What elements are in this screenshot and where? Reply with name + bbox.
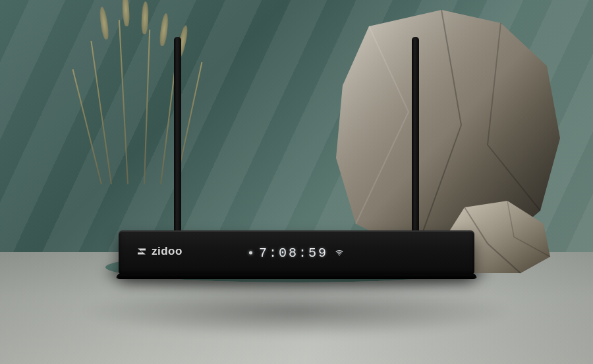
clock-readout: 7:08:59 — [259, 246, 328, 261]
power-indicator-icon — [249, 251, 252, 255]
svg-point-0 — [339, 255, 340, 256]
front-display: 7:08:59 — [249, 246, 344, 261]
brand: zidoo — [136, 245, 183, 258]
brand-logo-icon — [136, 246, 148, 257]
antenna-left — [174, 37, 181, 234]
antenna-right — [412, 37, 419, 234]
brand-text: zidoo — [152, 245, 183, 258]
device-body: zidoo 7:08:59 — [119, 230, 474, 275]
dried-grass — [91, 13, 203, 184]
media-player-device: zidoo 7:08:59 — [119, 230, 474, 275]
product-scene: zidoo 7:08:59 — [0, 0, 593, 364]
wifi-icon — [335, 248, 344, 257]
